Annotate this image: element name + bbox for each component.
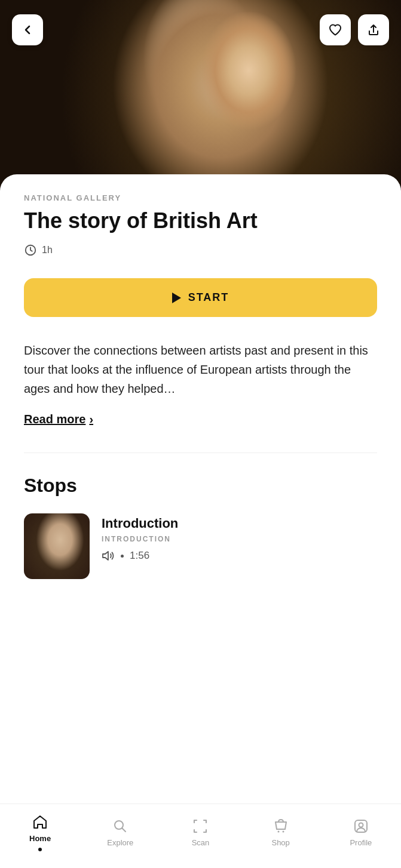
read-more-link[interactable]: Read more › [24,413,93,426]
nav-item-profile[interactable]: Profile [337,818,385,847]
nav-item-home[interactable]: Home [16,814,64,851]
divider [24,453,377,453]
share-icon [367,23,380,36]
active-indicator [38,848,42,851]
bottom-nav: Home Explore Scan [0,804,401,868]
svg-point-2 [277,831,279,833]
audio-icon [102,549,115,562]
stops-title: Stops [24,475,377,497]
nav-label-explore: Explore [107,838,133,847]
nav-item-shop[interactable]: Shop [257,818,305,847]
hero-image [0,0,401,191]
nav-label-home: Home [29,834,51,843]
share-button[interactable] [358,14,389,45]
play-icon [172,293,181,303]
nav-label-shop: Shop [271,838,289,847]
start-label: START [188,291,229,304]
clock-icon [24,244,37,257]
stop-info: Introduction INTRODUCTION 1:56 [102,513,377,562]
svg-point-3 [282,831,284,833]
search-icon [112,818,128,835]
stop-duration: 1:56 [130,550,149,562]
stop-meta: 1:56 [102,549,377,562]
tour-title: The story of British Art [24,208,377,233]
stop-type: INTRODUCTION [102,535,377,543]
stop-thumbnail [24,513,90,579]
meta-dot [121,555,124,558]
stop-item[interactable]: Introduction INTRODUCTION 1:56 [24,513,377,591]
shop-icon [273,818,289,835]
duration-row: 1h [24,244,377,257]
profile-icon [353,818,369,835]
duration-text: 1h [42,245,53,256]
start-button[interactable]: START [24,278,377,317]
chevron-left-icon [22,24,33,36]
svg-point-5 [359,823,363,827]
like-button[interactable] [320,14,351,45]
gallery-label: NATIONAL GALLERY [24,193,377,202]
content-card: NATIONAL GALLERY The story of British Ar… [0,174,401,867]
stop-name: Introduction [102,516,377,531]
scan-icon [192,818,209,835]
description-text: Discover the connections between artists… [24,341,377,398]
nav-item-scan[interactable]: Scan [176,818,224,847]
home-icon [32,814,48,830]
hero-nav [0,0,401,60]
chevron-right-icon: › [89,413,93,426]
nav-item-explore[interactable]: Explore [96,818,144,847]
back-button[interactable] [12,14,43,45]
nav-label-scan: Scan [192,838,210,847]
heart-icon [329,23,342,36]
nav-label-profile: Profile [350,838,372,847]
